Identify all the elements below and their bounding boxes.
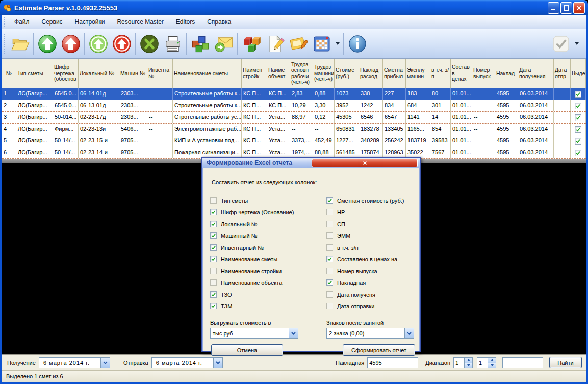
checkbox-unchecked-icon[interactable] (326, 303, 333, 309)
column-header[interactable]: Номер выпуск (472, 59, 495, 88)
dialog-option[interactable]: Тип сметы (210, 195, 326, 206)
dialog-option[interactable]: Накладная (326, 277, 419, 289)
stamp-button[interactable] (287, 32, 310, 56)
column-header[interactable]: Машин № (119, 59, 147, 88)
maximize-button[interactable] (560, 2, 572, 14)
dialog-option[interactable]: НР (326, 206, 419, 218)
calendar-button[interactable] (310, 32, 334, 56)
menu-item[interactable]: Resource Master (111, 16, 169, 28)
dialog-option[interactable]: Номер выпуска (326, 265, 419, 277)
checkbox-unchecked-icon[interactable] (326, 268, 333, 274)
dialog-option[interactable]: ТЗО (210, 289, 326, 300)
table-row[interactable]: 1ЛС(Багир...6545.0...06-14-01д2303...--С… (2, 88, 586, 100)
find-button[interactable]: Найти (549, 357, 582, 368)
menu-item[interactable]: Настройки (69, 16, 111, 28)
dialog-title-bar[interactable]: Формирование Excel отчета (202, 158, 420, 168)
column-header[interactable]: Локальный № (79, 59, 119, 88)
column-header[interactable]: Дата получения (518, 59, 554, 88)
row-selected-checkbox[interactable] (571, 112, 586, 123)
apply-dropdown-arrow-icon[interactable] (575, 42, 579, 45)
row-selected-checkbox[interactable] (571, 135, 586, 147)
dialog-option[interactable]: Сметная стоимость (руб.) (326, 195, 419, 206)
column-header[interactable]: № (2, 59, 16, 88)
generate-report-button[interactable]: Сформировать отчет (343, 344, 415, 356)
range-from-down-icon[interactable] (465, 363, 472, 368)
checkbox-unchecked-icon[interactable] (326, 244, 333, 251)
dialog-option[interactable]: Дата полученя (326, 289, 419, 300)
table-row[interactable]: 2ЛС(Багир...6545.0...06-13-01д2303...--С… (2, 100, 586, 112)
range-from-spinner[interactable]: 1 (453, 357, 473, 368)
excel-export-button[interactable] (138, 32, 161, 56)
dialog-option[interactable]: Машинный № (210, 230, 326, 242)
row-selected-checkbox[interactable] (571, 100, 586, 111)
column-header[interactable]: Эксплу машин (406, 59, 430, 88)
column-header[interactable]: Стоимс (руб.) (335, 59, 359, 88)
dialog-option[interactable]: Наименование стройки (210, 265, 326, 277)
dialog-option[interactable]: Локальный № (210, 218, 326, 230)
send-report-button[interactable] (212, 32, 236, 56)
column-header[interactable]: Наклад расход (359, 59, 383, 88)
table-row[interactable]: 3ЛС(Багир...50-014...02-23-17д2303...--С… (2, 112, 586, 124)
table-row[interactable]: 5ЛС(Багир...50-14/...02-23-15-и9705...--… (2, 135, 586, 147)
range-to-spinner[interactable]: 1 (477, 357, 496, 368)
column-header[interactable]: Состав в ценах (451, 59, 472, 88)
upload-green-outline-button[interactable] (87, 32, 110, 56)
checkbox-unchecked-icon[interactable] (210, 279, 217, 286)
edit-document-button[interactable] (263, 32, 287, 56)
range-from-up-icon[interactable] (465, 358, 472, 363)
dialog-option[interactable]: СП (326, 218, 419, 230)
column-header[interactable]: Выде (571, 59, 586, 88)
apply-button-disabled[interactable] (549, 32, 573, 56)
menu-item[interactable]: Editors (170, 16, 201, 28)
menu-item[interactable]: Справка (201, 16, 237, 28)
checkbox-checked-icon[interactable] (326, 197, 333, 204)
column-header[interactable]: Шифр чертежа (обоснов (53, 59, 79, 88)
checkbox-checked-icon[interactable] (210, 291, 217, 298)
dialog-option[interactable]: Шифр чертежа (Основание) (210, 206, 326, 218)
checkbox-checked-icon[interactable] (326, 256, 333, 262)
checkbox-checked-icon[interactable] (210, 232, 217, 239)
upload-red-outline-button[interactable] (110, 32, 134, 56)
row-selected-checkbox[interactable] (571, 124, 586, 135)
cubes-button[interactable] (240, 32, 263, 56)
menu-item[interactable]: Файл (8, 16, 36, 28)
open-folder-button[interactable] (8, 32, 32, 56)
checkbox-checked-icon[interactable] (326, 279, 333, 286)
range-to-up-icon[interactable] (488, 358, 496, 363)
column-header[interactable]: Наимен стройк (242, 59, 267, 88)
checkbox-checked-icon[interactable] (210, 209, 217, 215)
print-button[interactable] (161, 32, 185, 56)
checkbox-checked-icon[interactable] (210, 303, 217, 309)
decimals-dropdown-icon[interactable] (404, 328, 414, 338)
checkbox-unchecked-icon[interactable] (326, 291, 333, 298)
close-button[interactable] (573, 2, 585, 14)
unit-dropdown-icon[interactable] (289, 328, 298, 338)
dialog-option[interactable]: Дата отправки (326, 300, 419, 312)
receive-date-picker[interactable]: 6 марта 2014 г. (39, 357, 110, 368)
dialog-option[interactable]: в т.ч. з/п (326, 242, 419, 253)
upload-red-button[interactable] (59, 32, 83, 56)
column-header[interactable]: Тип сметы (16, 59, 53, 88)
row-selected-checkbox[interactable] (571, 88, 586, 100)
dialog-option[interactable]: Составлено в ценах на (326, 253, 419, 265)
checkbox-checked-icon[interactable] (210, 221, 217, 227)
dialog-close-button[interactable] (312, 159, 418, 167)
range-to-down-icon[interactable] (488, 363, 496, 368)
cancel-button[interactable]: Отмена (211, 344, 283, 356)
column-header[interactable]: Сметна прибыл (383, 59, 406, 88)
column-header[interactable]: Наиме объект (267, 59, 290, 88)
dialog-option[interactable]: Наименование сметы (210, 253, 326, 265)
unit-select[interactable]: тыс руб (210, 328, 298, 339)
checkbox-unchecked-icon[interactable] (326, 209, 333, 215)
dialog-option[interactable]: ЭММ (326, 230, 419, 242)
checkbox-checked-icon[interactable] (210, 244, 217, 251)
send-date-dropdown-icon[interactable] (213, 358, 222, 368)
checkbox-unchecked-icon[interactable] (210, 197, 217, 204)
upload-green-button[interactable] (36, 32, 59, 56)
minimize-button[interactable] (548, 2, 559, 14)
send-date-picker[interactable]: 6 марта 2014 г. (151, 357, 223, 368)
search-input[interactable] (502, 357, 543, 368)
calendar-dropdown-arrow-icon[interactable] (336, 42, 340, 45)
checkbox-unchecked-icon[interactable] (326, 232, 333, 239)
column-header[interactable]: Наименование сметы (173, 59, 242, 88)
